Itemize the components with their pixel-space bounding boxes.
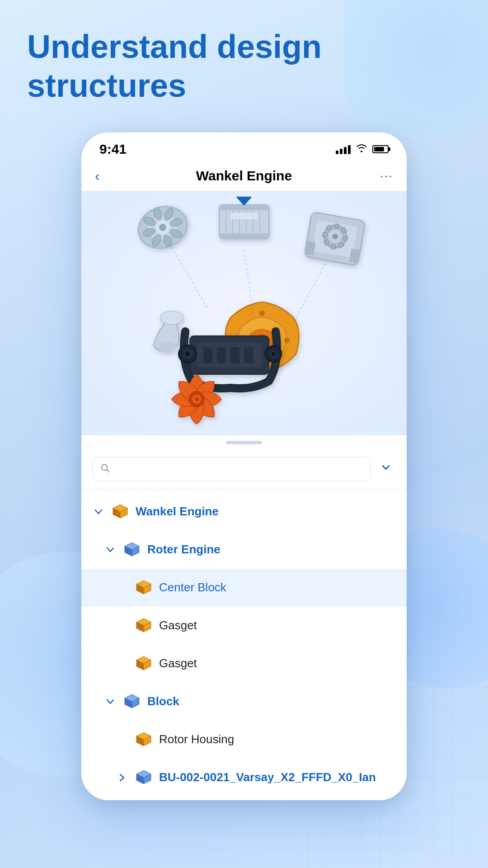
- tree-item-label: Center Block: [159, 580, 226, 594]
- svg-point-59: [160, 311, 183, 325]
- scroll-pill: [226, 441, 262, 444]
- search-input[interactable]: [114, 463, 363, 476]
- battery-icon: [372, 145, 389, 153]
- search-icon: [100, 463, 110, 476]
- chevron-down-icon: [104, 543, 117, 556]
- svg-rect-48: [230, 347, 239, 363]
- chevron-down-icon: [92, 505, 105, 518]
- scroll-indicator: [81, 435, 407, 450]
- svg-point-42: [259, 311, 265, 316]
- svg-rect-30: [343, 236, 348, 241]
- component-intercooler: [219, 205, 269, 239]
- phone-mockup: 9:41: [81, 132, 407, 800]
- tree-item[interactable]: Gasget: [81, 607, 407, 645]
- model-view[interactable]: [81, 191, 407, 435]
- tree-item-label: Roter Engine: [147, 542, 221, 557]
- tree-item-label: Wankel Engine: [136, 505, 219, 519]
- svg-rect-21: [219, 233, 269, 239]
- tree-list: Wankel Engine Roter Engine Center Block …: [81, 489, 407, 800]
- wifi-icon: [356, 143, 367, 155]
- status-time: 9:41: [99, 142, 127, 157]
- search-dropdown-button[interactable]: [376, 458, 396, 481]
- tree-item-label: BU-002-0021_Varsay_X2_FFFD_X0_Ian: [159, 770, 376, 784]
- svg-point-52: [185, 352, 190, 356]
- box-icon: [134, 653, 154, 675]
- tree-item[interactable]: Rotor Housing: [81, 721, 407, 759]
- tree-item-label: Gasget: [159, 618, 197, 632]
- tree-item-label: Gasget: [159, 656, 197, 670]
- box-icon: [134, 577, 154, 599]
- box-icon: [110, 501, 130, 523]
- svg-rect-47: [217, 347, 226, 363]
- svg-rect-49: [244, 347, 253, 363]
- svg-point-60: [158, 342, 176, 353]
- nav-title: Wankel Engine: [117, 168, 371, 184]
- status-icons: [336, 143, 389, 155]
- tree-item-label: Block: [147, 694, 179, 708]
- svg-line-65: [107, 470, 109, 472]
- tree-item[interactable]: Block: [81, 683, 407, 721]
- page-title: Understand design structures: [18, 27, 470, 105]
- search-input-wrap[interactable]: [92, 457, 371, 481]
- tree-item-label: Rotor Housing: [159, 732, 234, 746]
- component-gearbox: [304, 212, 366, 265]
- status-bar: 9:41: [81, 132, 407, 161]
- box-icon: [134, 767, 154, 788]
- tree-item[interactable]: Center Block: [81, 569, 407, 607]
- search-area: [81, 450, 407, 489]
- svg-rect-32: [331, 244, 336, 250]
- svg-rect-34: [322, 232, 328, 237]
- nav-bar: ‹ Wankel Engine ···: [81, 161, 407, 191]
- more-button[interactable]: ···: [371, 169, 393, 183]
- svg-point-55: [272, 352, 275, 356]
- chevron-right-icon: [116, 771, 128, 784]
- back-button[interactable]: ‹: [95, 168, 117, 184]
- tree-item[interactable]: BU-002-0021_Varsay_X2_FFFD_X0_Ian: [81, 759, 407, 797]
- svg-rect-28: [334, 223, 340, 229]
- box-icon: [134, 615, 154, 637]
- box-icon: [122, 691, 142, 712]
- tree-item[interactable]: Roter Engine: [81, 531, 407, 569]
- tree-item[interactable]: Gasget: [81, 645, 407, 683]
- svg-point-41: [284, 338, 290, 343]
- component-cooling-fan: [172, 374, 221, 424]
- box-icon: [122, 539, 142, 561]
- engine-3d-view: [81, 191, 407, 435]
- signal-icon: [336, 144, 351, 154]
- box-icon: [134, 729, 154, 750]
- svg-rect-22: [230, 213, 258, 219]
- chevron-down-icon: [104, 695, 117, 708]
- svg-rect-46: [203, 347, 212, 363]
- tree-item[interactable]: Wankel Engine: [81, 493, 407, 531]
- svg-point-58: [194, 397, 199, 401]
